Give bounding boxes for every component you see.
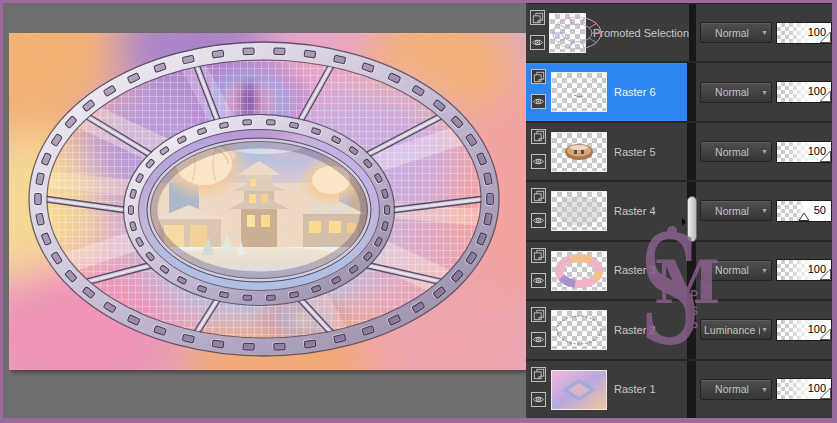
opacity-slider-corner: [820, 269, 831, 280]
layer-name-label: Raster 3: [614, 264, 656, 276]
layer-icon-column: [526, 182, 547, 239]
layer-row-left[interactable]: Promoted Selection: [526, 4, 689, 61]
layer-row-right: Normal ▼ 100: [696, 361, 832, 418]
layer-row-right: Normal ▼ 100: [696, 4, 832, 61]
blend-mode-dropdown[interactable]: Normal ▼: [700, 82, 772, 103]
panel-splitter-handle[interactable]: [687, 196, 697, 242]
layer-row-right: Normal ▼ 100: [696, 123, 832, 180]
panel-column-divider: [687, 361, 696, 418]
opacity-field[interactable]: 100: [776, 378, 832, 400]
layer-row-left[interactable]: Raster 1: [526, 361, 687, 418]
layers-panel: Promoted Selection Normal ▼ 100: [526, 3, 832, 418]
opacity-slider-corner: [820, 388, 831, 399]
layer-row-right: Normal ▼ 100: [696, 63, 832, 120]
blend-mode-dropdown[interactable]: Normal ▼: [700, 260, 772, 281]
layer-thumbnail[interactable]: [551, 251, 607, 291]
visibility-eye-icon[interactable]: [531, 213, 546, 228]
layer-name-label: Raster 1: [614, 383, 656, 395]
chevron-down-icon: ▼: [761, 386, 768, 393]
chevron-down-icon: ▼: [761, 89, 768, 96]
layer-icon-column: [526, 123, 547, 180]
layer-row-left[interactable]: Raster 2: [526, 301, 687, 358]
layer-row-raster4[interactable]: Raster 4 Normal ▼ 50: [526, 182, 832, 239]
opacity-field[interactable]: 100: [776, 259, 832, 281]
visibility-eye-icon[interactable]: [531, 94, 546, 109]
panel-column-divider: [687, 301, 696, 358]
panel-column-divider: [689, 4, 696, 61]
layer-type-icon[interactable]: [531, 188, 546, 203]
layer-type-icon[interactable]: [531, 129, 546, 144]
chevron-down-icon: ▼: [761, 29, 768, 36]
blend-mode-dropdown[interactable]: Normal ▼: [700, 22, 772, 43]
chevron-down-icon: ▼: [761, 267, 768, 274]
canvas-workspace: [3, 3, 526, 418]
opacity-slider-caret: [799, 213, 810, 221]
layer-thumbnail[interactable]: [551, 72, 607, 112]
layer-name-label: Promoted Selection: [593, 27, 689, 39]
opacity-field[interactable]: 100: [776, 81, 832, 103]
layer-row-raster6[interactable]: Raster 6 Normal ▼ 100: [526, 63, 832, 120]
layer-thumbnail[interactable]: [551, 310, 607, 350]
layer-row-promoted-selection[interactable]: Promoted Selection Normal ▼ 100: [526, 4, 832, 61]
layer-icon-column: [526, 63, 547, 120]
opacity-field[interactable]: 100: [776, 319, 832, 341]
visibility-eye-icon[interactable]: [531, 154, 546, 169]
layer-icon-column: [526, 301, 547, 358]
layer-row-right: Normal ▼ 100: [696, 242, 832, 299]
blend-mode-dropdown[interactable]: Luminance (L) ▼: [700, 319, 772, 340]
layer-thumbnail[interactable]: [551, 370, 607, 410]
chevron-down-icon: ▼: [761, 148, 768, 155]
layer-name-label: Raster 6: [614, 86, 656, 98]
panel-column-divider: [687, 242, 696, 299]
opacity-field[interactable]: 100: [776, 141, 832, 163]
blend-mode-dropdown[interactable]: Normal ▼: [700, 200, 772, 221]
layer-row-left[interactable]: Raster 6: [526, 63, 687, 120]
layer-row-right: Luminance (L) ▼ 100: [696, 301, 832, 358]
visibility-eye-icon[interactable]: [531, 392, 546, 407]
visibility-eye-icon[interactable]: [531, 273, 546, 288]
panel-column-divider: [687, 63, 696, 120]
layer-name-label: Raster 4: [614, 205, 656, 217]
layer-name-label: Raster 2: [614, 324, 656, 336]
opacity-slider-corner: [820, 329, 831, 340]
visibility-eye-icon[interactable]: [531, 332, 546, 347]
opacity-slider-corner: [820, 91, 831, 102]
layer-thumbnail[interactable]: [551, 191, 607, 231]
opacity-slider-corner: [820, 151, 831, 162]
layer-type-icon[interactable]: [531, 248, 546, 263]
opacity-field[interactable]: 50: [776, 200, 832, 222]
film-reel-artwork: [9, 33, 527, 370]
layer-icon-column: [526, 242, 547, 299]
layer-row-raster1[interactable]: Raster 1 Normal ▼ 100: [526, 361, 832, 418]
layer-row-raster3[interactable]: Raster 3 Normal ▼ 100: [526, 242, 832, 299]
layer-row-left[interactable]: Raster 4: [526, 182, 687, 239]
layer-name-label: Raster 5: [614, 146, 656, 158]
blend-mode-dropdown[interactable]: Normal ▼: [700, 141, 772, 162]
app-window: Promoted Selection Normal ▼ 100: [0, 0, 837, 423]
layer-icon-column: [526, 361, 547, 418]
layer-type-icon[interactable]: [531, 69, 546, 84]
layer-thumbnail[interactable]: [551, 132, 607, 172]
layer-row-left[interactable]: Raster 3: [526, 242, 687, 299]
layer-type-icon[interactable]: [530, 10, 545, 25]
layer-type-icon[interactable]: [531, 367, 546, 382]
chevron-down-icon: ▼: [761, 326, 768, 333]
chevron-down-icon: ▼: [761, 207, 768, 214]
canvas-image[interactable]: [9, 33, 527, 370]
visibility-eye-icon[interactable]: [530, 35, 545, 50]
layer-row-raster2[interactable]: Raster 2 Luminance (L) ▼ 100: [526, 301, 832, 358]
layer-row-right: Normal ▼ 50: [696, 182, 832, 239]
layer-icon-column: [526, 4, 545, 61]
blend-mode-dropdown[interactable]: Normal ▼: [700, 379, 772, 400]
layer-row-raster5[interactable]: Raster 5 Normal ▼ 100: [526, 123, 832, 180]
opacity-field[interactable]: 100: [776, 22, 832, 44]
layer-type-icon[interactable]: [531, 307, 546, 322]
opacity-slider-corner: [820, 32, 831, 43]
layer-thumbnail[interactable]: [549, 13, 586, 53]
layer-row-left[interactable]: Raster 5: [526, 123, 687, 180]
panel-column-divider: [687, 123, 696, 180]
